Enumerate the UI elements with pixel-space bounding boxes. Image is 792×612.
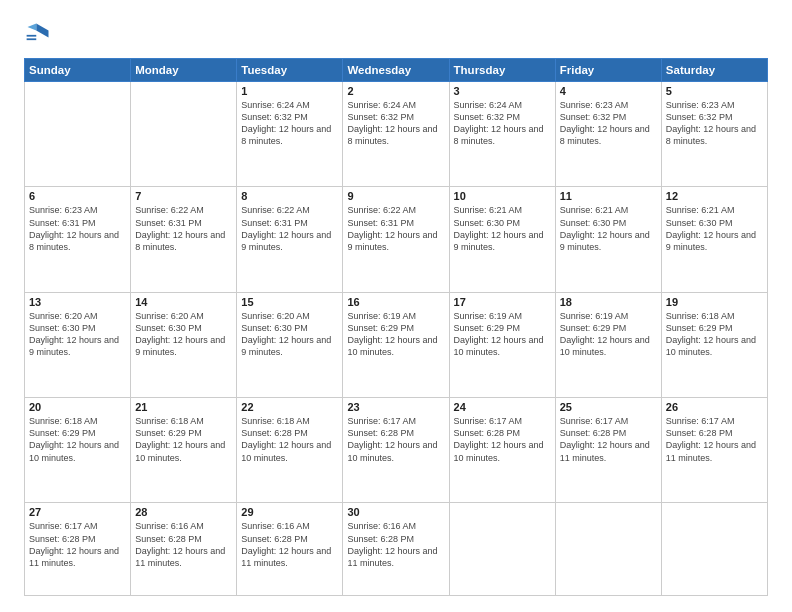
calendar-table: SundayMondayTuesdayWednesdayThursdayFrid…: [24, 58, 768, 596]
cell-info: Sunrise: 6:24 AM Sunset: 6:32 PM Dayligh…: [454, 99, 551, 148]
day-number: 13: [29, 296, 126, 308]
calendar-cell: 19Sunrise: 6:18 AM Sunset: 6:29 PM Dayli…: [661, 292, 767, 397]
cell-info: Sunrise: 6:21 AM Sunset: 6:30 PM Dayligh…: [454, 204, 551, 253]
cell-info: Sunrise: 6:23 AM Sunset: 6:32 PM Dayligh…: [666, 99, 763, 148]
calendar-cell: [449, 503, 555, 596]
cell-info: Sunrise: 6:20 AM Sunset: 6:30 PM Dayligh…: [135, 310, 232, 359]
calendar-cell: 9Sunrise: 6:22 AM Sunset: 6:31 PM Daylig…: [343, 187, 449, 292]
day-number: 24: [454, 401, 551, 413]
calendar-cell: 22Sunrise: 6:18 AM Sunset: 6:28 PM Dayli…: [237, 398, 343, 503]
calendar-cell: 4Sunrise: 6:23 AM Sunset: 6:32 PM Daylig…: [555, 82, 661, 187]
calendar-cell: 10Sunrise: 6:21 AM Sunset: 6:30 PM Dayli…: [449, 187, 555, 292]
cell-info: Sunrise: 6:20 AM Sunset: 6:30 PM Dayligh…: [241, 310, 338, 359]
calendar-cell: 11Sunrise: 6:21 AM Sunset: 6:30 PM Dayli…: [555, 187, 661, 292]
calendar-cell: 30Sunrise: 6:16 AM Sunset: 6:28 PM Dayli…: [343, 503, 449, 596]
cell-info: Sunrise: 6:21 AM Sunset: 6:30 PM Dayligh…: [560, 204, 657, 253]
weekday-header-tuesday: Tuesday: [237, 59, 343, 82]
calendar-cell: 16Sunrise: 6:19 AM Sunset: 6:29 PM Dayli…: [343, 292, 449, 397]
day-number: 12: [666, 190, 763, 202]
svg-rect-4: [27, 38, 37, 40]
calendar-cell: 17Sunrise: 6:19 AM Sunset: 6:29 PM Dayli…: [449, 292, 555, 397]
day-number: 3: [454, 85, 551, 97]
cell-info: Sunrise: 6:16 AM Sunset: 6:28 PM Dayligh…: [135, 520, 232, 569]
cell-info: Sunrise: 6:20 AM Sunset: 6:30 PM Dayligh…: [29, 310, 126, 359]
cell-info: Sunrise: 6:16 AM Sunset: 6:28 PM Dayligh…: [347, 520, 444, 569]
weekday-header-monday: Monday: [131, 59, 237, 82]
calendar-cell: 29Sunrise: 6:16 AM Sunset: 6:28 PM Dayli…: [237, 503, 343, 596]
day-number: 9: [347, 190, 444, 202]
cell-info: Sunrise: 6:23 AM Sunset: 6:31 PM Dayligh…: [29, 204, 126, 253]
day-number: 4: [560, 85, 657, 97]
cell-info: Sunrise: 6:22 AM Sunset: 6:31 PM Dayligh…: [347, 204, 444, 253]
day-number: 28: [135, 506, 232, 518]
calendar-cell: 14Sunrise: 6:20 AM Sunset: 6:30 PM Dayli…: [131, 292, 237, 397]
day-number: 5: [666, 85, 763, 97]
calendar-cell: 6Sunrise: 6:23 AM Sunset: 6:31 PM Daylig…: [25, 187, 131, 292]
day-number: 22: [241, 401, 338, 413]
weekday-header-saturday: Saturday: [661, 59, 767, 82]
calendar-cell: 2Sunrise: 6:24 AM Sunset: 6:32 PM Daylig…: [343, 82, 449, 187]
calendar-cell: 21Sunrise: 6:18 AM Sunset: 6:29 PM Dayli…: [131, 398, 237, 503]
calendar-cell: 8Sunrise: 6:22 AM Sunset: 6:31 PM Daylig…: [237, 187, 343, 292]
cell-info: Sunrise: 6:17 AM Sunset: 6:28 PM Dayligh…: [560, 415, 657, 464]
calendar-cell: [555, 503, 661, 596]
weekday-header-sunday: Sunday: [25, 59, 131, 82]
cell-info: Sunrise: 6:23 AM Sunset: 6:32 PM Dayligh…: [560, 99, 657, 148]
cell-info: Sunrise: 6:17 AM Sunset: 6:28 PM Dayligh…: [666, 415, 763, 464]
calendar-cell: [25, 82, 131, 187]
cell-info: Sunrise: 6:18 AM Sunset: 6:29 PM Dayligh…: [135, 415, 232, 464]
day-number: 14: [135, 296, 232, 308]
calendar-week-row: 20Sunrise: 6:18 AM Sunset: 6:29 PM Dayli…: [25, 398, 768, 503]
calendar-cell: 12Sunrise: 6:21 AM Sunset: 6:30 PM Dayli…: [661, 187, 767, 292]
calendar-cell: 5Sunrise: 6:23 AM Sunset: 6:32 PM Daylig…: [661, 82, 767, 187]
calendar-cell: 25Sunrise: 6:17 AM Sunset: 6:28 PM Dayli…: [555, 398, 661, 503]
calendar-week-row: 1Sunrise: 6:24 AM Sunset: 6:32 PM Daylig…: [25, 82, 768, 187]
day-number: 16: [347, 296, 444, 308]
calendar-week-row: 27Sunrise: 6:17 AM Sunset: 6:28 PM Dayli…: [25, 503, 768, 596]
day-number: 6: [29, 190, 126, 202]
calendar-cell: [661, 503, 767, 596]
calendar-cell: 13Sunrise: 6:20 AM Sunset: 6:30 PM Dayli…: [25, 292, 131, 397]
day-number: 8: [241, 190, 338, 202]
day-number: 11: [560, 190, 657, 202]
day-number: 19: [666, 296, 763, 308]
calendar-cell: 26Sunrise: 6:17 AM Sunset: 6:28 PM Dayli…: [661, 398, 767, 503]
day-number: 20: [29, 401, 126, 413]
calendar-cell: 28Sunrise: 6:16 AM Sunset: 6:28 PM Dayli…: [131, 503, 237, 596]
calendar-week-row: 6Sunrise: 6:23 AM Sunset: 6:31 PM Daylig…: [25, 187, 768, 292]
cell-info: Sunrise: 6:17 AM Sunset: 6:28 PM Dayligh…: [29, 520, 126, 569]
weekday-header-wednesday: Wednesday: [343, 59, 449, 82]
day-number: 10: [454, 190, 551, 202]
weekday-header-thursday: Thursday: [449, 59, 555, 82]
calendar-cell: 27Sunrise: 6:17 AM Sunset: 6:28 PM Dayli…: [25, 503, 131, 596]
calendar-cell: [131, 82, 237, 187]
cell-info: Sunrise: 6:22 AM Sunset: 6:31 PM Dayligh…: [241, 204, 338, 253]
cell-info: Sunrise: 6:24 AM Sunset: 6:32 PM Dayligh…: [347, 99, 444, 148]
day-number: 15: [241, 296, 338, 308]
calendar-cell: 3Sunrise: 6:24 AM Sunset: 6:32 PM Daylig…: [449, 82, 555, 187]
cell-info: Sunrise: 6:16 AM Sunset: 6:28 PM Dayligh…: [241, 520, 338, 569]
page: SundayMondayTuesdayWednesdayThursdayFrid…: [0, 0, 792, 612]
cell-info: Sunrise: 6:17 AM Sunset: 6:28 PM Dayligh…: [347, 415, 444, 464]
cell-info: Sunrise: 6:18 AM Sunset: 6:29 PM Dayligh…: [29, 415, 126, 464]
cell-info: Sunrise: 6:19 AM Sunset: 6:29 PM Dayligh…: [454, 310, 551, 359]
logo: [24, 20, 56, 48]
cell-info: Sunrise: 6:21 AM Sunset: 6:30 PM Dayligh…: [666, 204, 763, 253]
header: [24, 20, 768, 48]
cell-info: Sunrise: 6:24 AM Sunset: 6:32 PM Dayligh…: [241, 99, 338, 148]
calendar-cell: 18Sunrise: 6:19 AM Sunset: 6:29 PM Dayli…: [555, 292, 661, 397]
calendar-header-row: SundayMondayTuesdayWednesdayThursdayFrid…: [25, 59, 768, 82]
day-number: 25: [560, 401, 657, 413]
day-number: 26: [666, 401, 763, 413]
calendar-cell: 20Sunrise: 6:18 AM Sunset: 6:29 PM Dayli…: [25, 398, 131, 503]
day-number: 23: [347, 401, 444, 413]
logo-icon: [24, 20, 52, 48]
day-number: 7: [135, 190, 232, 202]
calendar-week-row: 13Sunrise: 6:20 AM Sunset: 6:30 PM Dayli…: [25, 292, 768, 397]
day-number: 27: [29, 506, 126, 518]
cell-info: Sunrise: 6:17 AM Sunset: 6:28 PM Dayligh…: [454, 415, 551, 464]
cell-info: Sunrise: 6:18 AM Sunset: 6:29 PM Dayligh…: [666, 310, 763, 359]
calendar-cell: 7Sunrise: 6:22 AM Sunset: 6:31 PM Daylig…: [131, 187, 237, 292]
calendar-cell: 15Sunrise: 6:20 AM Sunset: 6:30 PM Dayli…: [237, 292, 343, 397]
day-number: 18: [560, 296, 657, 308]
